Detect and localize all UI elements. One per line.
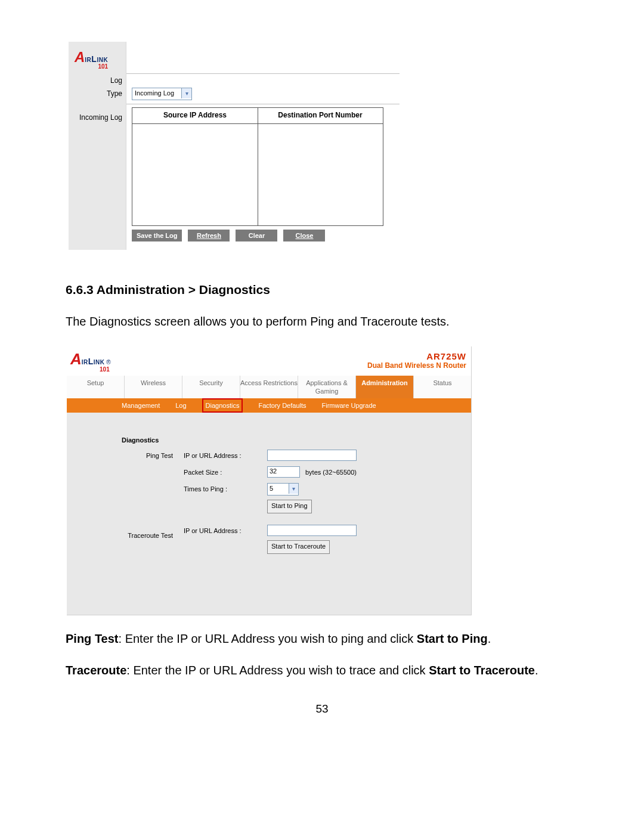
label-incoming-log: Incoming Log <box>79 113 122 122</box>
ping-ip-label: IP or URL Address : <box>184 452 242 459</box>
model-sub-label: Dual Band Wireless N Router <box>367 361 466 370</box>
refresh-button[interactable]: Refresh <box>188 230 230 241</box>
close-button[interactable]: Close <box>283 230 325 241</box>
log-screenshot: AirLink 101 Log Type Incoming Log Incomi… <box>69 42 400 250</box>
diag-title: Diagnostics <box>122 436 159 444</box>
times-to-ping-label: Times to Ping : <box>184 485 227 493</box>
ping-test-label: Ping Test <box>146 452 173 459</box>
chevron-down-icon: ▾ <box>181 88 191 98</box>
desc-ping: Ping Test: Enter the IP or URL Address y… <box>66 631 578 647</box>
section-heading: 6.6.3 Administration > Diagnostics <box>66 283 578 297</box>
subtab-firmware[interactable]: Firmware Upgrade <box>322 398 376 413</box>
trace-ip-input[interactable] <box>267 525 357 536</box>
packet-size-hint: bytes (32~65500) <box>305 469 357 476</box>
tab-setup[interactable]: Setup <box>67 376 125 398</box>
start-to-traceroute-button[interactable]: Start to Traceroute <box>267 540 330 554</box>
section-intro: The Diagnostics screen allows you to per… <box>66 314 578 330</box>
model-label: AR725W <box>367 351 466 361</box>
tab-access[interactable]: Access Restrictions <box>240 376 298 398</box>
tab-wireless[interactable]: Wireless <box>125 376 182 398</box>
packet-size-input[interactable]: 32 <box>267 466 300 478</box>
subtab-factory[interactable]: Factory Defaults <box>258 398 306 413</box>
trace-ip-label: IP or URL Address : <box>184 527 242 534</box>
save-the-log-button[interactable]: Save the Log <box>132 230 182 241</box>
tab-status[interactable]: Status <box>414 376 471 398</box>
traceroute-label: Traceroute Test <box>128 532 173 539</box>
label-log: Log <box>110 76 122 85</box>
sub-tabs: Management Log Diagnostics Factory Defau… <box>67 398 471 413</box>
tab-apps[interactable]: Applications & Gaming <box>298 376 356 398</box>
log-type-value: Incoming Log <box>135 89 174 97</box>
subtab-diagnostics[interactable]: Diagnostics <box>202 398 243 413</box>
brand-logo: AirLink 101 <box>75 49 108 70</box>
ping-ip-input[interactable] <box>267 450 357 461</box>
clear-button[interactable]: Clear <box>236 230 277 241</box>
times-to-ping-select[interactable]: 5 ▾ <box>267 483 299 496</box>
page-number: 53 <box>66 702 578 716</box>
log-type-select[interactable]: Incoming Log ▾ <box>132 88 192 100</box>
tab-administration[interactable]: Administration <box>356 376 414 398</box>
tab-security[interactable]: Security <box>182 376 240 398</box>
incoming-log-table: Source IP Address Destination Port Numbe… <box>132 107 383 226</box>
diagnostics-screenshot: AirLink ® 101 AR725W Dual Band Wireless … <box>67 346 472 615</box>
label-type: Type <box>107 89 122 98</box>
router-model: AR725W Dual Band Wireless N Router <box>367 351 466 370</box>
col-dest-port: Destination Port Number <box>258 111 383 119</box>
desc-traceroute: Traceroute: Enter the IP or URL Address … <box>66 662 578 679</box>
main-tabs: Setup Wireless Security Access Restricti… <box>67 376 471 398</box>
subtab-log[interactable]: Log <box>175 398 186 413</box>
subtab-management[interactable]: Management <box>122 398 160 413</box>
start-to-ping-button[interactable]: Start to Ping <box>267 500 312 513</box>
packet-size-label: Packet Size : <box>184 469 222 476</box>
col-source-ip: Source IP Address <box>132 111 258 119</box>
brand-logo: AirLink ® 101 <box>70 350 111 373</box>
chevron-down-icon: ▾ <box>289 484 298 494</box>
